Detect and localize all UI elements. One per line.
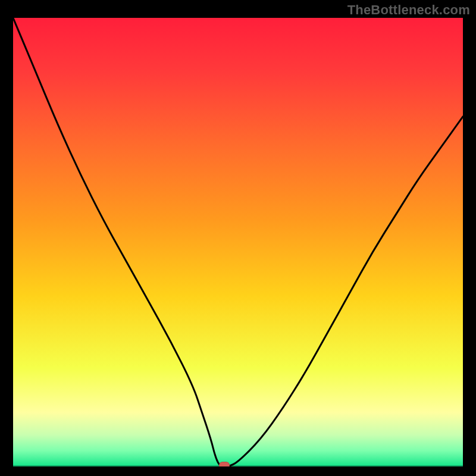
optimal-marker xyxy=(219,462,230,466)
background-rect xyxy=(13,18,463,466)
plot-area xyxy=(13,18,463,466)
chart-frame: TheBottleneck.com xyxy=(0,0,476,476)
chart-svg xyxy=(13,18,463,466)
watermark-text: TheBottleneck.com xyxy=(347,2,470,18)
